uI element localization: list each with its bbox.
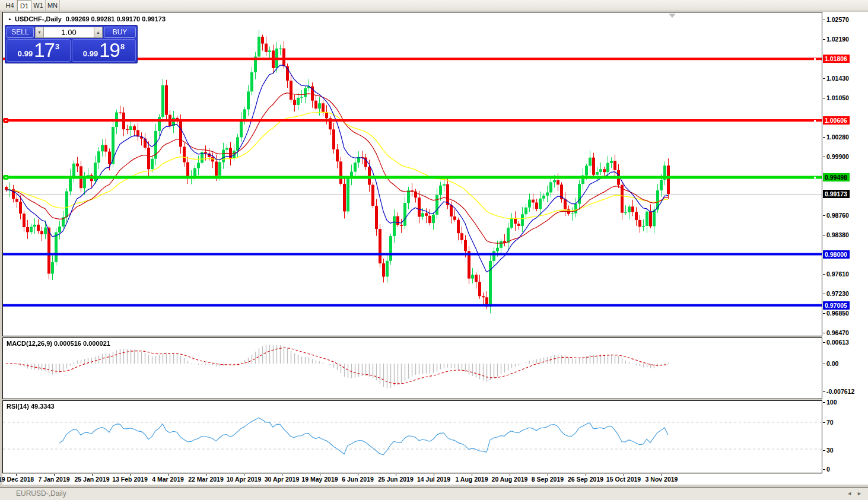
price-axis: 1.025701.021901.014301.010501.002800.999… (822, 12, 868, 485)
tab-scroll-left-icon[interactable]: ◄ (847, 491, 852, 496)
tab-nav: ◄► (844, 488, 864, 500)
timeframe-button-h4[interactable]: H4 (3, 0, 17, 11)
date-label: 20 Aug 2019 (492, 476, 528, 483)
volume-input[interactable]: 1.00 (44, 27, 94, 38)
buy-button[interactable]: BUY (104, 27, 136, 38)
price-tick-label: 0.99900 (826, 153, 849, 160)
tab-eurusd-daily[interactable]: EURUSD-,Daily (8, 488, 74, 500)
sell-button[interactable]: SELL (7, 27, 34, 38)
macd-axis-label: -0.007612 (826, 388, 854, 395)
chart-tab-bar: EURUSD-,Daily ◄► (0, 487, 868, 500)
chart-title: ▲USDCHF-,Daily0.99269 0.99281 0.99170 0.… (8, 15, 166, 23)
sell-price-main: 0.99 (18, 49, 33, 58)
rsi-indicator-panel: RSI(14) 49.3343 (2, 400, 822, 473)
macd-canvas[interactable] (3, 338, 822, 399)
date-axis: 19 Dec 20187 Jan 201925 Jan 201913 Feb 2… (2, 474, 822, 485)
date-label: 4 Mar 2019 (152, 476, 184, 483)
price-level-badge: 0.97005 (823, 301, 850, 310)
price-level-badge: 0.99498 (823, 173, 850, 181)
rsi-axis-label: 0 (826, 466, 830, 473)
rsi-label: RSI(14) 49.3343 (7, 403, 55, 410)
price-level-badge: 1.00606 (823, 116, 850, 125)
timeframe-toolbar: H4D1W1MN (0, 0, 868, 11)
date-label: 14 Jul 2019 (417, 476, 450, 483)
sell-price-big: 17 (34, 39, 55, 62)
tab-scroll-right-icon[interactable]: ► (857, 491, 862, 496)
date-label: 19 Dec 2018 (0, 476, 34, 483)
chart-ohlc-values: 0.99269 0.99281 0.99170 0.99173 (66, 15, 166, 23)
price-tick-label: 0.96850 (826, 310, 849, 317)
price-level-badge: 1.01806 (823, 55, 850, 63)
date-label: 1 Aug 2019 (455, 476, 488, 483)
macd-indicator-panel: MACD(12,26,9) 0.000516 0.000021 (2, 337, 822, 399)
date-label: 3 Nov 2019 (646, 476, 678, 483)
price-tick-label: 1.01050 (826, 94, 849, 101)
date-label: 6 Jun 2019 (342, 476, 374, 483)
timeframe-button-mn[interactable]: MN (46, 0, 60, 11)
price-level-badge: 0.98000 (823, 250, 850, 259)
date-label: 13 Feb 2019 (112, 476, 148, 483)
sell-price-sup: 3 (55, 42, 59, 51)
date-label: 19 May 2019 (301, 476, 338, 483)
date-label: 25 Jun 2019 (378, 476, 414, 483)
buy-price-main: 0.99 (83, 49, 98, 58)
sell-price-display[interactable]: 0.99 17 3 (7, 39, 71, 62)
rsi-axis-label: 70 (826, 419, 834, 426)
price-tick-label: 1.02190 (826, 36, 849, 43)
buy-price-display[interactable]: 0.99 19 8 (72, 39, 136, 62)
price-tick-label: 1.01430 (826, 75, 849, 82)
price-level-badge: 0.99173 (823, 190, 850, 198)
timeframe-button-w1[interactable]: W1 (31, 0, 46, 11)
date-label: 8 Sep 2019 (532, 476, 564, 483)
date-label: 10 Apr 2019 (227, 476, 262, 483)
one-click-trading-panel: SELL ▼ 1.00 ▲ BUY 0.99 17 3 0.99 19 8 (5, 25, 138, 63)
rsi-canvas[interactable] (3, 401, 822, 473)
price-tick-label: 0.97610 (826, 270, 849, 278)
price-tick-label: 0.96470 (826, 329, 849, 336)
rsi-axis-label: 30 (826, 447, 834, 454)
date-label: 15 Oct 2019 (606, 476, 641, 483)
volume-decrease-button[interactable]: ▼ (35, 27, 44, 38)
price-tick-label: 0.98380 (826, 231, 849, 238)
rsi-axis-label: 100 (826, 399, 837, 406)
macd-axis-label: 0.00613 (826, 339, 849, 346)
chart-symbol-period: USDCHF-,Daily (15, 15, 62, 23)
timeframe-button-d1[interactable]: D1 (17, 0, 31, 11)
buy-price-sup: 8 (120, 42, 125, 51)
chart-collapse-icon[interactable]: ▲ (8, 17, 12, 21)
macd-axis-label: 0.00 (826, 360, 838, 367)
price-tick-label: 1.00280 (826, 133, 849, 141)
date-label: 26 Sep 2019 (568, 476, 603, 483)
date-label: 7 Jan 2019 (38, 476, 69, 483)
current-bar-marker-icon (669, 14, 676, 18)
date-label: 25 Jan 2019 (75, 476, 110, 483)
buy-price-big: 19 (99, 39, 120, 62)
date-label: 30 Apr 2019 (265, 476, 300, 483)
macd-label: MACD(12,26,9) 0.000516 0.000021 (7, 340, 110, 347)
price-tick-label: 1.02570 (826, 16, 849, 23)
price-tick-label: 0.98760 (826, 212, 849, 219)
date-label: 22 Mar 2019 (188, 476, 224, 483)
price-tick-label: 0.97230 (826, 290, 849, 297)
volume-increase-button[interactable]: ▲ (94, 27, 103, 38)
